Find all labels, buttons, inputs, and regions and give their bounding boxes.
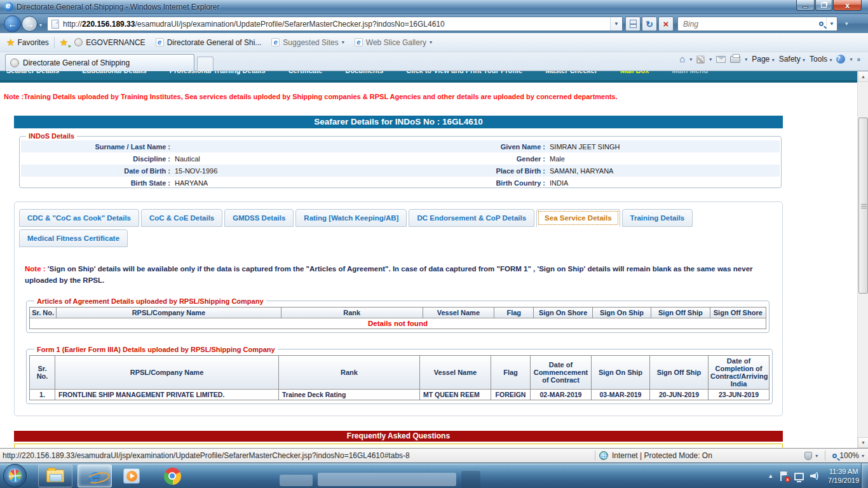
scroll-down-icon[interactable]: ▼ <box>858 437 868 448</box>
favorites-button[interactable]: Favorites <box>17 38 48 47</box>
tab-cdc-coc-as-cook-details[interactable]: CDC & "CoC as Cook" Details <box>19 209 139 227</box>
background-window-blur <box>280 475 313 486</box>
zone-text: Internet | Protected Mode: On <box>612 451 712 460</box>
tab-rating-watch-keeping-ab[interactable]: Rating [Watch Keeping/AB] <box>295 209 407 227</box>
chevron-down-icon[interactable]: ▾ <box>850 57 852 62</box>
address-row: ← → ▾ http://220.156.189.33/esamudraUI/j… <box>0 14 868 33</box>
refresh-button[interactable]: ↻ <box>642 17 657 31</box>
media-player-icon <box>123 468 140 484</box>
close-button[interactable]: x <box>833 0 862 11</box>
history-dropdown-icon[interactable]: ▾ <box>39 22 42 28</box>
add-favorite-button[interactable]: ★ <box>60 37 68 48</box>
volume-icon[interactable] <box>810 471 820 480</box>
forward-button[interactable]: → <box>22 16 37 32</box>
print-icon[interactable] <box>730 56 740 63</box>
clock-date: 7/19/2019 <box>828 477 859 484</box>
status-bar: http://220.156.189.33/esamudraUI/jsp/exa… <box>0 448 868 463</box>
column-header: Date of Commencement of Contract <box>531 355 592 389</box>
network-icon[interactable] <box>794 473 804 480</box>
nav-item[interactable]: Click to View and Print Your Profile <box>406 71 522 74</box>
taskbar-media-player-button[interactable] <box>122 467 141 485</box>
vertical-scrollbar[interactable]: ▲ ▼ <box>857 71 868 448</box>
nav-item[interactable]: Documents <box>345 71 383 74</box>
favorites-bar-item[interactable]: EGOVERNANCE <box>74 38 145 47</box>
favorites-star-icon: ★ <box>6 37 15 48</box>
new-tab-button[interactable] <box>197 57 214 71</box>
page-menu[interactable]: Page ▾ <box>752 55 774 64</box>
indos-row: Date of Birth :15-NOV-1996Place of Birth… <box>21 165 780 177</box>
window-titlebar: Directorate General of Shipping - Window… <box>0 0 868 14</box>
tray-expand-icon[interactable]: ▲ <box>768 473 773 479</box>
search-dropdown-icon[interactable]: ▼ <box>826 17 837 30</box>
search-options-icon[interactable]: ▾ <box>845 20 848 27</box>
restore-button[interactable] <box>815 0 832 11</box>
table-cell: 20-JUN-2019 <box>650 389 709 400</box>
zoom-level: 100% <box>839 451 859 460</box>
field-label: Place of Birth : <box>394 167 545 175</box>
field-label: Birth Country : <box>394 179 545 187</box>
action-center-flag-icon[interactable]: x <box>780 471 788 481</box>
zoom-control[interactable]: 100% ▾ <box>832 451 864 460</box>
start-button[interactable] <box>3 464 27 487</box>
tab-coc-coe-details[interactable]: CoC & CoE Details <box>141 209 222 227</box>
back-button[interactable]: ← <box>4 15 21 32</box>
site-nav-menu: Seafarer DetailsEducational DetailsProfe… <box>0 71 857 74</box>
window-title: Directorate General of Shipping - Window… <box>17 3 219 11</box>
chevron-down-icon[interactable]: ▾ <box>745 57 747 62</box>
chevron-down-icon: ▾ <box>430 39 432 45</box>
column-header: Sign On Ship <box>592 307 651 318</box>
tab-medical-fitness-certificate[interactable]: Medical Fitness Certificate <box>19 229 128 247</box>
more-commands-icon[interactable]: » <box>857 56 860 63</box>
search-input[interactable] <box>678 20 819 29</box>
compatibility-view-button[interactable] <box>625 17 641 31</box>
nav-item[interactable]: Professional Training Details <box>170 71 266 74</box>
nav-item[interactable]: Educational Details <box>82 71 146 74</box>
taskbar-chrome-button[interactable] <box>163 467 182 485</box>
tab-gmdss-details[interactable]: GMDSS Details <box>224 209 294 227</box>
tools-menu[interactable]: Tools ▾ <box>810 55 832 64</box>
rss-feed-icon[interactable] <box>696 55 705 64</box>
nav-item[interactable]: Mail Box <box>620 71 649 74</box>
table-cell: FOREIGN <box>491 389 531 400</box>
page-title: Seafarer Details for INDoS No : 16GL4610 <box>14 116 783 128</box>
search-box[interactable]: ▼ <box>677 17 837 31</box>
service-tabs: CDC & "CoC as Cook" DetailsCoC & CoE Det… <box>15 202 782 250</box>
nav-item[interactable]: Main Menu <box>672 71 708 74</box>
favorites-bar-item-label: EGOVERNANCE <box>86 38 145 47</box>
tab-training-details[interactable]: Training Details <box>622 209 693 227</box>
favorites-bar-item[interactable]: eDirectorate General of Shi... <box>156 38 262 47</box>
ie-page-icon: e <box>156 38 164 46</box>
tab-dc-endorsement-cop-details[interactable]: DC Endorsement & CoP Details <box>409 209 534 227</box>
filter-icon[interactable] <box>804 452 812 460</box>
scrollbar-thumb[interactable] <box>858 118 868 294</box>
favorites-bar-item[interactable]: eSuggested Sites▾ <box>271 38 344 47</box>
minimize-button[interactable] <box>796 0 815 11</box>
tab-favicon-icon <box>10 58 19 67</box>
sign-on-ship-note: Note : 'Sign on Ship' details will be av… <box>25 264 766 287</box>
nav-item[interactable]: Seafarer Details <box>6 71 59 74</box>
stop-button[interactable]: × <box>658 17 674 31</box>
browser-tab[interactable]: Directorate General of Shipping <box>5 54 194 71</box>
chevron-down-icon[interactable]: ▾ <box>815 453 818 459</box>
system-tray: ▲ x 11:39 AM 7/19/2019 <box>768 463 859 488</box>
taskbar-clock[interactable]: 11:39 AM 7/19/2019 <box>828 467 859 485</box>
faq-header[interactable]: Frequently Asked Questions <box>14 431 783 442</box>
scroll-up-icon[interactable]: ▲ <box>858 71 868 82</box>
address-bar[interactable]: http://220.156.189.33/esamudraUI/jsp/exa… <box>47 17 623 31</box>
security-zone: Internet | Protected Mode: On <box>599 451 712 460</box>
nav-item[interactable]: Master Checker <box>545 71 597 74</box>
search-icon[interactable] <box>819 22 824 26</box>
taskbar-explorer-button[interactable] <box>38 464 72 487</box>
nav-item[interactable]: Certificate <box>288 71 323 74</box>
address-dropdown-icon[interactable]: ▼ <box>610 17 622 31</box>
favorites-bar-item[interactable]: eWeb Slice Gallery▾ <box>355 38 432 47</box>
tab-sea-service-details[interactable]: Sea Service Details <box>536 209 620 227</box>
chevron-down-icon[interactable]: ▾ <box>709 57 712 62</box>
chevron-down-icon[interactable]: ▾ <box>689 57 692 62</box>
home-icon[interactable]: ⌂ <box>679 55 685 64</box>
show-desktop-button[interactable] <box>861 463 868 488</box>
safety-menu[interactable]: Safety ▾ <box>779 55 805 64</box>
help-icon[interactable]: ? <box>836 55 845 64</box>
read-mail-icon[interactable] <box>716 56 726 63</box>
taskbar-ie-button[interactable]: e <box>78 464 112 487</box>
